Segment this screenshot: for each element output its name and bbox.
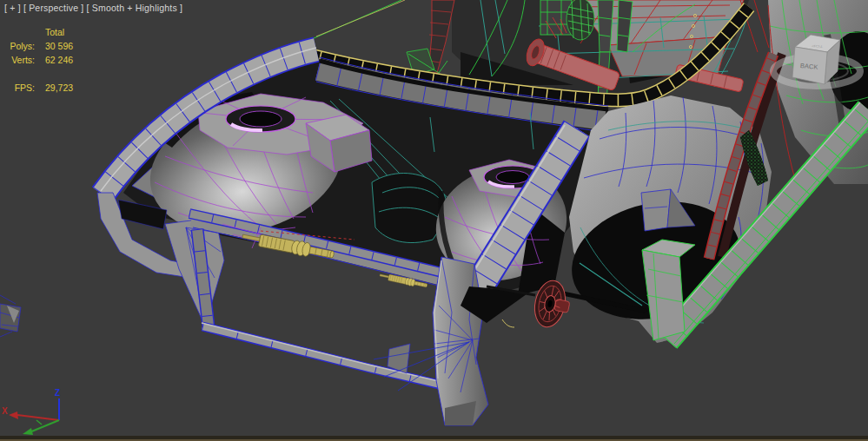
scene-svg[interactable]: BACK TOP Z X [0,0,868,441]
viewcube-front-label[interactable]: BACK [800,62,818,71]
bottom-border [0,436,868,441]
viewport[interactable]: BACK TOP Z X [ + ] [ Perspective ] [ Smo… [0,0,868,441]
axis-x-label: X [2,406,8,416]
axis-z-label: Z [55,388,60,398]
coil-spring[interactable] [567,0,594,40]
viewport-label[interactable]: [ + ] [ Perspective ] [ Smooth + Highlig… [4,3,182,13]
